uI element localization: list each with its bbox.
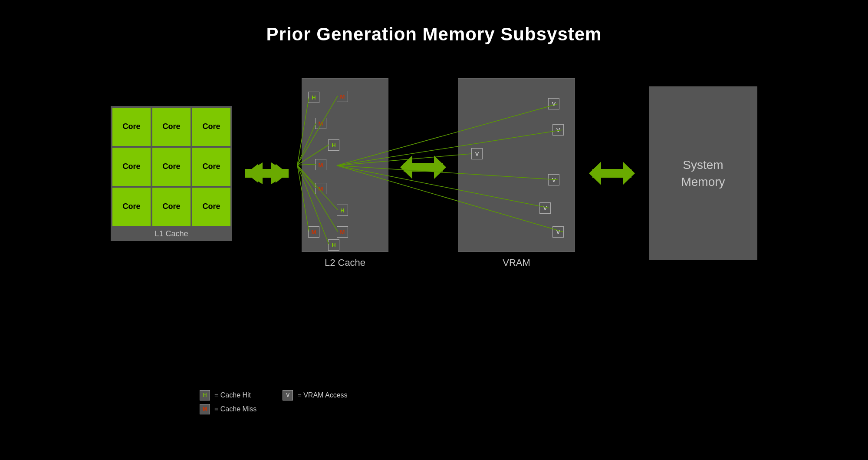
legend-m: M = Cache Miss	[200, 404, 256, 414]
arrow-vram-sysmem	[588, 158, 636, 189]
badge-m-5: M	[308, 226, 319, 238]
diagram-container: Core Core Core Core Core Core Core Core …	[0, 78, 868, 268]
badge-m-6: M	[337, 226, 348, 238]
legend-m-badge: M	[200, 404, 210, 414]
badge-h-4: H	[328, 239, 339, 251]
legend-v-label: = VRAM Access	[297, 391, 347, 399]
l1-label: L1 Cache	[111, 227, 232, 241]
core-5: Core	[192, 148, 230, 186]
legend-h-label: = Cache Hit	[214, 391, 251, 399]
sysmem-label: SystemMemory	[681, 156, 725, 190]
badge-m-4: M	[315, 183, 326, 194]
badge-h-3: H	[337, 205, 348, 216]
core-6: Core	[112, 188, 151, 226]
core-0: Core	[112, 108, 151, 146]
legend-group-vram: V = VRAM Access	[283, 390, 347, 414]
legend-m-label: = Cache Miss	[214, 405, 256, 413]
core-1: Core	[152, 108, 191, 146]
legend-container: H = Cache Hit M = Cache Miss V = VRAM Ac…	[200, 390, 348, 414]
l2-label: L2 Cache	[325, 257, 365, 268]
legend-group-cache: H = Cache Hit M = Cache Miss	[200, 390, 256, 414]
sysmem-box: SystemMemory	[649, 86, 757, 260]
legend-h: H = Cache Hit	[200, 390, 256, 400]
badge-m-3: M	[315, 159, 326, 170]
core-3: Core	[112, 148, 151, 186]
vram-section: V V V V V V VRAM	[458, 78, 575, 268]
badge-m-1: M	[337, 91, 348, 102]
badge-m-2: M	[315, 118, 326, 129]
sysmem-section: SystemMemory	[649, 86, 757, 260]
core-8: Core	[192, 188, 230, 226]
core-4: Core	[152, 148, 191, 186]
core-grid: Core Core Core Core Core Core Core Core …	[111, 106, 232, 228]
page-title: Prior Generation Memory Subsystem	[0, 0, 868, 45]
legend-h-badge: H	[200, 390, 210, 400]
arrow-l1-l2	[245, 160, 289, 186]
l1-section: Core Core Core Core Core Core Core Core …	[111, 106, 232, 241]
vram-box: V V V V V V	[458, 78, 575, 252]
badge-h-1: H	[308, 92, 319, 103]
vram-label: VRAM	[503, 257, 530, 268]
core-7: Core	[152, 188, 191, 226]
legend-v: V = VRAM Access	[283, 390, 347, 400]
badge-h-2: H	[328, 139, 339, 151]
core-2: Core	[192, 108, 230, 146]
legend-v-badge: V	[283, 390, 293, 400]
